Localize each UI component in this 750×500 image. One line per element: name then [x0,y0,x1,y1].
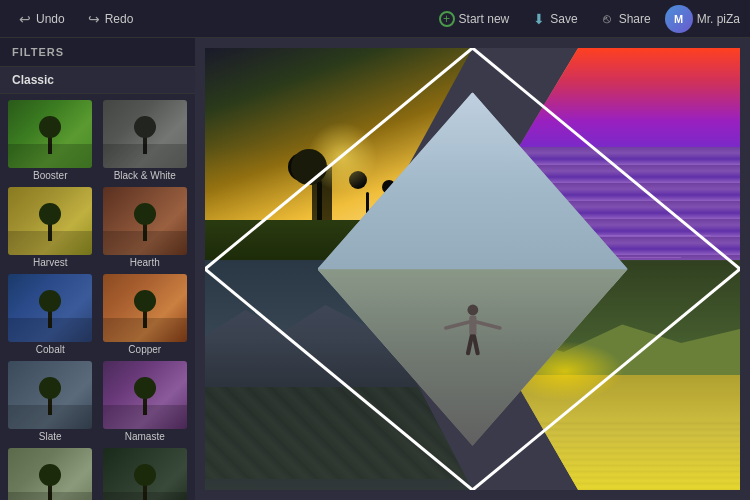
filter-item-cobalt[interactable]: Cobalt [4,272,97,357]
filter-thumb-hearth [103,187,187,255]
svg-point-0 [467,304,478,315]
filter-item-booster[interactable]: Booster [4,98,97,183]
filter-label-slate: Slate [39,431,62,442]
undo-icon: ↩ [18,12,32,26]
canvas-area [195,38,750,500]
filter-thumb-harvest [8,187,92,255]
filter-label-copper: Copper [128,344,161,355]
filter-thumb-black-white [103,100,187,168]
svg-line-2 [445,322,468,328]
collage-wrapper [205,48,740,490]
redo-button[interactable]: ↪ Redo [79,8,142,30]
filter-item-slate[interactable]: Slate [4,359,97,444]
user-name-label: Mr. piZa [697,12,740,26]
start-new-label: Start new [459,12,510,26]
sidebar-header: FILTERS [0,38,195,67]
filter-thumb-slate [8,361,92,429]
filter-label-black-white: Black & White [114,170,176,181]
svg-line-3 [476,322,499,328]
filter-label-hearth: Hearth [130,257,160,268]
redo-icon: ↪ [87,12,101,26]
start-new-button[interactable]: + Start new [431,7,518,31]
filter-grid: Booster Black & White Harvest Hearth Cob… [0,94,195,500]
sidebar: FILTERS Classic Booster Black & White Ha… [0,38,195,500]
filter-item-harvest[interactable]: Harvest [4,185,97,270]
svg-line-5 [474,336,478,353]
svg-rect-1 [469,315,476,336]
svg-line-4 [468,336,472,353]
filter-label-cobalt: Cobalt [36,344,65,355]
plus-circle-icon: + [439,11,455,27]
filter-item-soften[interactable]: Soften [4,446,97,500]
save-icon: ⬇ [531,11,546,26]
filter-thumb-namaste [103,361,187,429]
main-area: FILTERS Classic Booster Black & White Ha… [0,38,750,500]
undo-label: Undo [36,12,65,26]
share-label: Share [619,12,651,26]
filter-thumb-cobalt [8,274,92,342]
avatar[interactable]: M [665,5,693,33]
filter-item-namaste[interactable]: Namaste [99,359,192,444]
filter-item-black-white[interactable]: Black & White [99,98,192,183]
filter-thumb-copper [103,274,187,342]
share-button[interactable]: ⎋ Share [592,7,659,30]
share-icon: ⎋ [600,11,615,26]
filter-item-dark-edge[interactable]: Dark Edge [99,446,192,500]
toolbar: ↩ Undo ↪ Redo + Start new ⬇ Save ⎋ Share… [0,0,750,38]
filter-item-hearth[interactable]: Hearth [99,185,192,270]
save-label: Save [550,12,577,26]
filter-item-copper[interactable]: Copper [99,272,192,357]
filter-thumb-booster [8,100,92,168]
collage-container [205,48,740,490]
save-button[interactable]: ⬇ Save [523,7,585,30]
filter-label-booster: Booster [33,170,67,181]
filter-label-namaste: Namaste [125,431,165,442]
filter-label-harvest: Harvest [33,257,67,268]
filter-thumb-dark-edge [103,448,187,500]
person-figure [442,295,502,375]
redo-label: Redo [105,12,134,26]
user-area: M Mr. piZa [665,5,740,33]
sidebar-category: Classic [0,67,195,94]
undo-button[interactable]: ↩ Undo [10,8,73,30]
filter-thumb-soften [8,448,92,500]
